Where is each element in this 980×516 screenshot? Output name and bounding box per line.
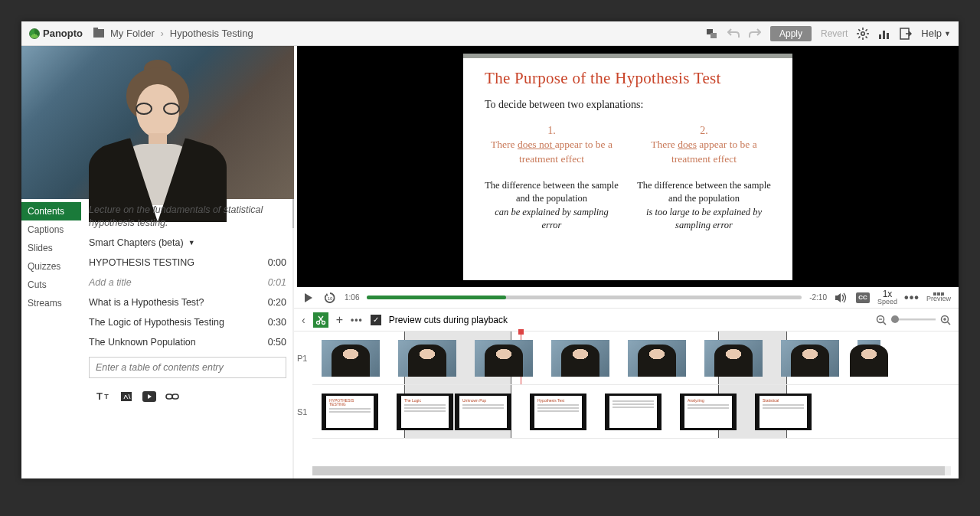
slide-content: The Purpose of the Hypothesis Test To de…	[463, 54, 792, 280]
svg-line-8	[866, 36, 867, 38]
svg-text:10: 10	[328, 296, 333, 301]
chapter-row-add[interactable]: Add a title0:01	[89, 273, 286, 292]
chevron-right-icon: ›	[161, 28, 164, 39]
timeline-thumb[interactable]	[475, 340, 533, 377]
webcam-preview[interactable]	[21, 46, 294, 199]
current-time: 1:06	[345, 293, 359, 302]
timeline-thumb[interactable]	[628, 340, 686, 377]
gear-icon[interactable]	[857, 28, 869, 40]
slide-viewer[interactable]: The Purpose of the Hypothesis Test To de…	[297, 46, 959, 287]
horizontal-scrollbar[interactable]	[312, 466, 951, 475]
publish-icon[interactable]	[706, 28, 718, 40]
slide-subtitle: To decide between two explanations:	[485, 99, 771, 111]
more-icon[interactable]: •••	[351, 315, 363, 325]
sidebar-tab-slides[interactable]: Slides	[21, 239, 81, 257]
timeline-thumb[interactable]	[858, 340, 880, 377]
back-icon[interactable]: ‹	[302, 314, 305, 326]
preview-cuts-checkbox[interactable]: ✓	[371, 315, 381, 325]
timeline-slide[interactable]: HYPOTHESIS TESTING	[322, 394, 378, 430]
timeline-thumb[interactable]	[551, 340, 609, 377]
editor-toolbar: ‹ + ••• ✓ Preview cuts during playback	[294, 309, 959, 331]
timeline[interactable]: P1 S1 HYPOTHESIS TE	[294, 331, 959, 466]
session-description[interactable]: Lecture on the fundamentals of statistic…	[89, 204, 286, 230]
svg-rect-18	[172, 394, 178, 399]
zoom-in-icon[interactable]	[940, 315, 951, 325]
sidebar-tab-streams[interactable]: Streams	[21, 294, 81, 312]
add-icon[interactable]: +	[336, 313, 343, 327]
chapter-row[interactable]: The Logic of Hypothesis Testing0:30	[89, 312, 286, 332]
remaining-time: -2:10	[809, 293, 827, 302]
main-panel: The Purpose of the Hypothesis Test To de…	[294, 46, 959, 478]
revert-button[interactable]: Revert	[821, 28, 848, 39]
toc-input[interactable]	[89, 357, 286, 378]
slide-title: The Purpose of the Hypothesis Test	[485, 69, 771, 88]
stats-icon[interactable]	[878, 28, 890, 40]
svg-line-23	[884, 322, 887, 325]
svg-rect-17	[166, 394, 172, 399]
header-bar: Panopto My Folder › Hypothesis Testing A…	[21, 21, 959, 46]
apply-button[interactable]: Apply	[770, 26, 812, 41]
svg-line-7	[859, 29, 861, 31]
brand-name: Panopto	[43, 28, 83, 39]
sidebar-tab-contents[interactable]: Contents	[21, 202, 81, 220]
zoom-slider[interactable]	[891, 318, 936, 321]
sidebar-tabs: Contents Captions Slides Quizzes Cuts St…	[21, 199, 81, 478]
svg-rect-13	[887, 33, 889, 39]
cut-button[interactable]	[313, 312, 328, 328]
svg-line-26	[948, 322, 951, 325]
chapter-row[interactable]: The Unknown Population0:50	[89, 332, 286, 352]
timeline-slide[interactable]	[605, 394, 662, 430]
speed-control[interactable]: 1xSpeed	[877, 289, 897, 305]
timeline-slide[interactable]: The Logic	[397, 394, 453, 430]
chapters-toggle[interactable]: Smart Chapters (beta)▼	[89, 237, 286, 248]
text-icon[interactable]: TT	[96, 390, 110, 403]
svg-line-10	[866, 29, 867, 31]
left-panel: Contents Captions Slides Quizzes Cuts St…	[21, 46, 294, 478]
sidebar-tab-captions[interactable]: Captions	[21, 220, 81, 239]
svg-rect-1	[710, 33, 717, 38]
timeline-slide[interactable]: Hypothesis Test	[530, 394, 586, 430]
svg-point-2	[861, 31, 864, 34]
timeline-slide[interactable]: Analyzing	[680, 394, 737, 430]
timeline-thumb[interactable]	[781, 340, 839, 377]
captions-button[interactable]: CC	[856, 292, 870, 303]
sidebar-tab-cuts[interactable]: Cuts	[21, 276, 81, 294]
more-icon[interactable]: •••	[905, 291, 919, 305]
timeline-slide[interactable]: Unknown Pop	[455, 394, 511, 430]
svg-rect-12	[883, 31, 885, 39]
timeline-slide[interactable]: Statistical	[755, 394, 812, 430]
redo-icon[interactable]	[749, 28, 761, 40]
undo-icon[interactable]	[727, 28, 740, 40]
link-icon[interactable]	[165, 390, 179, 403]
preview-toggle[interactable]: Preview	[926, 292, 951, 302]
timeline-thumb[interactable]	[398, 340, 456, 377]
youtube-icon[interactable]	[142, 390, 156, 403]
help-menu[interactable]: Help▼	[921, 28, 951, 39]
timeline-thumb[interactable]	[322, 340, 380, 377]
exit-icon[interactable]	[900, 28, 912, 40]
folder-icon	[93, 29, 104, 38]
preview-cuts-label: Preview cuts during playback	[389, 315, 508, 325]
volume-icon[interactable]	[835, 291, 848, 305]
breadcrumb: My Folder › Hypothesis Testing	[93, 28, 253, 39]
caret-down-icon: ▼	[188, 239, 195, 247]
contents-pane: Lecture on the fundamentals of statistic…	[81, 199, 294, 478]
timeline-track-secondary[interactable]: S1 HYPOTHESIS TESTING The Logic Unknown …	[312, 385, 959, 439]
chapter-row[interactable]: What is a Hypothesis Test?0:20	[89, 292, 286, 312]
slides-icon[interactable]	[119, 390, 133, 403]
progress-bar[interactable]	[367, 296, 802, 299]
timeline-thumb[interactable]	[704, 340, 763, 377]
sidebar-tab-quizzes[interactable]: Quizzes	[21, 257, 81, 276]
svg-line-9	[859, 36, 861, 38]
breadcrumb-title[interactable]: Hypothesis Testing	[170, 28, 253, 39]
zoom-out-icon[interactable]	[876, 315, 887, 325]
play-button[interactable]	[302, 291, 315, 305]
rewind-10-icon[interactable]: 10	[323, 291, 337, 305]
svg-rect-11	[879, 34, 881, 39]
breadcrumb-folder[interactable]: My Folder	[110, 28, 155, 39]
chapter-row[interactable]: HYPOTHESIS TESTING0:00	[89, 253, 286, 273]
logo-icon	[29, 28, 40, 39]
brand-logo[interactable]: Panopto	[29, 28, 83, 39]
timeline-track-primary[interactable]: P1	[312, 331, 959, 385]
player-controls: 10 1:06 -2:10 CC 1xSpeed ••• Preview	[294, 287, 959, 309]
